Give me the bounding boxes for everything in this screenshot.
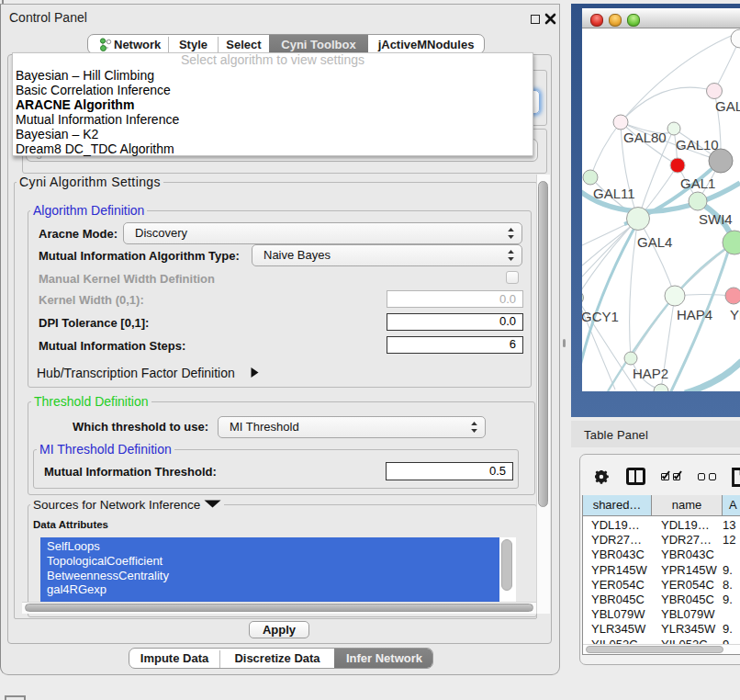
svg-text:GAL11: GAL11 [593,186,635,201]
svg-text:HAP2: HAP2 [633,366,668,381]
svg-text:YEL047C: YEL047C [730,307,740,322]
svg-text:GCY1: GCY1 [582,309,619,324]
svg-text:GAL80: GAL80 [623,130,667,145]
svg-text:GAL10: GAL10 [676,137,719,152]
svg-text:GAL4: GAL4 [637,234,672,250]
svg-text:GAL1: GAL1 [680,175,715,191]
svg-text:SWI4: SWI4 [699,211,733,227]
svg-text:HAP4: HAP4 [677,307,712,322]
svg-text:GAL80: GAL80 [715,98,740,114]
